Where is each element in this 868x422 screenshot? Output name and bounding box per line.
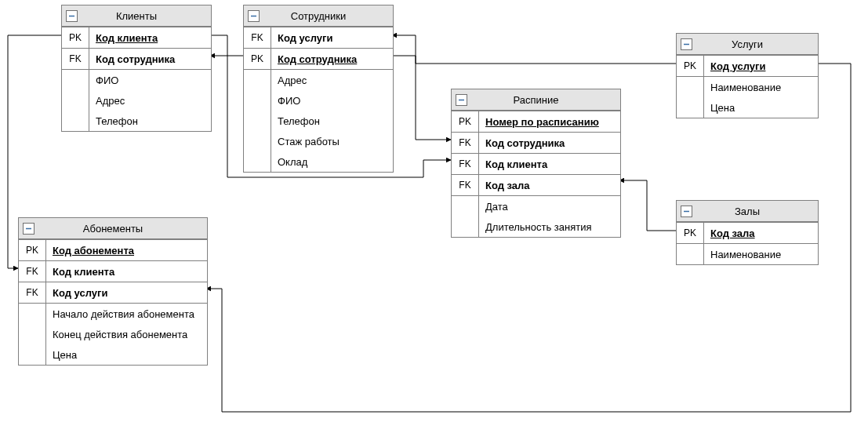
collapse-icon[interactable]: [248, 10, 260, 22]
entity-title: Распиние: [452, 94, 620, 106]
field-label: Код клиента: [479, 155, 620, 173]
field-row[interactable]: Стаж работы: [244, 131, 393, 151]
edge-emp-to-schedule: [392, 56, 451, 140]
field-row[interactable]: FKКод зала: [452, 174, 620, 195]
field-row[interactable]: PKНомер по расписанию: [452, 111, 620, 132]
key-indicator: [244, 111, 271, 131]
collapse-icon[interactable]: [681, 38, 692, 50]
entity-title: Услуги: [677, 38, 818, 50]
key-indicator: [244, 90, 271, 111]
field-row[interactable]: FKКод сотрудника: [62, 48, 211, 69]
field-label: Конец действия абонемента: [46, 326, 207, 344]
key-indicator: [19, 344, 46, 365]
collapse-icon[interactable]: [456, 94, 467, 106]
entity-employees[interactable]: СотрудникиFKКод услугиPKКод сотрудникаАд…: [243, 5, 394, 173]
field-label: Код зала: [479, 176, 620, 195]
field-label: ФИО: [89, 71, 211, 89]
entity-header[interactable]: Услуги: [677, 34, 818, 55]
key-indicator: PK: [677, 223, 704, 243]
er-diagram-canvas: КлиентыPKКод клиентаFKКод сотрудникаФИОА…: [0, 0, 868, 422]
collapse-icon[interactable]: [66, 10, 78, 22]
key-indicator: FK: [452, 133, 479, 153]
field-row[interactable]: PKКод услуги: [677, 55, 818, 76]
field-label: Дата: [479, 198, 620, 216]
key-indicator: PK: [62, 27, 89, 48]
key-indicator: PK: [677, 56, 704, 76]
field-row[interactable]: Дата: [452, 195, 620, 216]
entity-services[interactable]: УслугиPKКод услугиНаименованиеЦена: [676, 33, 819, 118]
entity-clients[interactable]: КлиентыPKКод клиентаFKКод сотрудникаФИОА…: [61, 5, 212, 132]
field-row[interactable]: Адрес: [244, 69, 393, 90]
field-row[interactable]: Телефон: [244, 111, 393, 131]
field-row[interactable]: Оклад: [244, 151, 393, 172]
key-indicator: [244, 70, 271, 90]
key-indicator: [62, 111, 89, 131]
field-label: Код клиента: [46, 263, 207, 281]
key-indicator: FK: [62, 49, 89, 69]
key-indicator: PK: [19, 240, 46, 260]
key-indicator: [244, 151, 271, 172]
key-indicator: [452, 196, 479, 216]
field-row[interactable]: Начало действия абонемента: [19, 303, 207, 324]
field-row[interactable]: Цена: [19, 344, 207, 365]
key-indicator: [19, 324, 46, 344]
field-label: Код сотрудника: [271, 50, 393, 68]
collapse-icon[interactable]: [23, 223, 35, 235]
edge-services-to-emp: [392, 35, 676, 64]
entity-title: Клиенты: [62, 10, 211, 22]
entity-header[interactable]: Распиние: [452, 89, 620, 111]
field-row[interactable]: FKКод услуги: [244, 27, 393, 48]
key-indicator: [677, 244, 704, 264]
field-row[interactable]: PKКод клиента: [62, 27, 211, 48]
field-label: Номер по расписанию: [479, 113, 620, 131]
entity-title: Сотрудники: [244, 10, 393, 22]
edge-halls-to-schedule: [619, 180, 676, 231]
field-row[interactable]: ФИО: [62, 69, 211, 90]
key-indicator: [62, 90, 89, 111]
field-label: ФИО: [271, 92, 393, 110]
field-row[interactable]: PKКод абонемента: [19, 239, 207, 260]
field-label: Код услуги: [271, 29, 393, 47]
field-row[interactable]: PKКод сотрудника: [244, 48, 393, 69]
field-label: Адрес: [271, 71, 393, 89]
entity-halls[interactable]: ЗалыPKКод залаНаименование: [676, 200, 819, 265]
field-row[interactable]: FKКод клиента: [19, 260, 207, 282]
field-label: Код клиента: [89, 29, 211, 47]
field-label: Код услуги: [46, 284, 207, 302]
field-label: Код сотрудника: [479, 134, 620, 152]
field-row[interactable]: FKКод услуги: [19, 282, 207, 303]
key-indicator: PK: [244, 49, 271, 69]
entity-header[interactable]: Залы: [677, 201, 818, 222]
field-label: Цена: [46, 346, 207, 364]
field-row[interactable]: Телефон: [62, 111, 211, 131]
field-row[interactable]: Наименование: [677, 243, 818, 264]
field-label: Телефон: [271, 112, 393, 130]
field-row[interactable]: FKКод клиента: [452, 153, 620, 174]
field-row[interactable]: Конец действия абонемента: [19, 324, 207, 344]
key-indicator: FK: [452, 154, 479, 174]
field-row[interactable]: Наименование: [677, 76, 818, 97]
key-indicator: PK: [452, 111, 479, 132]
field-row[interactable]: Адрес: [62, 90, 211, 111]
field-row[interactable]: Длительность занятия: [452, 216, 620, 237]
field-label: Телефон: [89, 112, 211, 130]
collapse-icon[interactable]: [681, 206, 692, 217]
field-row[interactable]: FKКод сотрудника: [452, 132, 620, 153]
key-indicator: [244, 131, 271, 151]
field-row[interactable]: ФИО: [244, 90, 393, 111]
field-label: Код услуги: [704, 57, 818, 75]
entity-header[interactable]: Абонементы: [19, 218, 207, 239]
key-indicator: [677, 77, 704, 97]
field-label: Цена: [704, 99, 818, 117]
field-row[interactable]: Цена: [677, 97, 818, 118]
field-label: Адрес: [89, 92, 211, 110]
key-indicator: [452, 216, 479, 237]
entity-subscriptions[interactable]: АбонементыPKКод абонементаFKКод клиентаF…: [18, 217, 208, 366]
entity-schedule[interactable]: РаспиниеPKНомер по расписаниюFKКод сотру…: [451, 89, 621, 238]
key-indicator: FK: [19, 282, 46, 303]
key-indicator: [62, 70, 89, 90]
entity-header[interactable]: Сотрудники: [244, 5, 393, 27]
entity-title: Залы: [677, 206, 818, 217]
field-row[interactable]: PKКод зала: [677, 222, 818, 243]
entity-header[interactable]: Клиенты: [62, 5, 211, 27]
